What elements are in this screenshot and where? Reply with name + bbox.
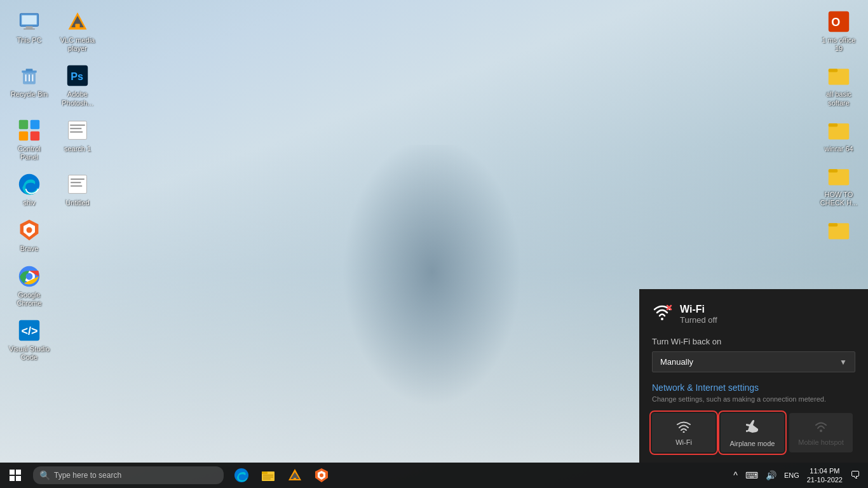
icon-this-pc[interactable]: This PC	[6, 6, 52, 55]
tray-date-value: 21-10-2022	[807, 475, 843, 484]
svg-rect-3	[24, 29, 35, 30]
icon-control-panel[interactable]: Control Panel	[6, 115, 52, 164]
language-indicator[interactable]: ENG	[782, 470, 802, 480]
taskbar-edge[interactable]	[229, 463, 254, 488]
svg-point-30	[27, 227, 32, 233]
icon-search1[interactable]: search 1	[55, 115, 100, 164]
svg-rect-18	[31, 132, 39, 140]
hotspot-icon	[813, 420, 829, 436]
svg-rect-54	[16, 476, 21, 481]
svg-rect-57	[262, 471, 268, 474]
svg-rect-58	[263, 475, 273, 476]
svg-rect-52	[16, 470, 21, 475]
airplane-btn-label: Airplane mode	[730, 440, 775, 447]
search-icon: 🔍	[39, 470, 50, 480]
wifi-panel: Wi-Fi Turned off Turn Wi-Fi back on Manu…	[639, 289, 868, 463]
svg-rect-27	[71, 186, 82, 187]
desktop: This PC VLC media player	[0, 0, 868, 488]
taskbar-file-explorer[interactable]	[255, 463, 281, 488]
svg-rect-25	[71, 179, 85, 180]
svg-rect-9	[26, 69, 33, 72]
notification-icon[interactable]: 🗨	[848, 468, 863, 482]
svg-point-55	[234, 468, 248, 482]
quick-action-wifi[interactable]: Wi-Fi	[652, 413, 715, 452]
svg-rect-20	[70, 125, 85, 126]
airplane-icon	[745, 419, 760, 437]
wifi-small-icon	[676, 420, 691, 436]
taskbar-tray: ^ ⌨ 🔊 ENG 11:04 PM 21-10-2022 🗨	[731, 463, 868, 488]
svg-rect-21	[70, 128, 81, 129]
search-placeholder: Type here to search	[54, 471, 121, 480]
icon-adobe-photoshop[interactable]: Ps Adobe Photosh...	[55, 60, 100, 109]
icon-brave[interactable]: Brave	[6, 215, 52, 255]
keyboard-icon[interactable]: ⌨	[743, 469, 761, 482]
start-button[interactable]	[0, 463, 31, 488]
svg-rect-6	[75, 24, 79, 27]
quick-action-airplane[interactable]: Airplane mode	[721, 413, 784, 452]
icon-shiv-edge[interactable]: shiv	[6, 169, 52, 210]
svg-rect-19	[69, 121, 87, 139]
wifi-title: Wi-Fi	[680, 304, 717, 315]
taskbar-vlc[interactable]	[282, 463, 308, 488]
svg-rect-17	[19, 132, 28, 140]
svg-text:Ps: Ps	[71, 71, 83, 83]
icon-all-basic-software[interactable]: all basic softare	[816, 60, 862, 109]
wifi-btn-label: Wi-Fi	[675, 438, 692, 446]
svg-rect-15	[19, 120, 28, 129]
svg-point-49	[683, 431, 685, 433]
svg-rect-1	[22, 15, 36, 24]
icon-vscode[interactable]: </> Visual Studio Code	[6, 315, 52, 364]
svg-rect-2	[26, 26, 33, 29]
svg-rect-26	[71, 182, 81, 184]
svg-rect-22	[70, 132, 83, 133]
taskbar: 🔍 Type here to search	[0, 463, 868, 488]
taskbar-search-box[interactable]: 🔍 Type here to search	[33, 466, 224, 484]
svg-point-66	[320, 473, 323, 477]
tray-time-value: 11:04 PM	[807, 466, 843, 475]
desktop-icons-left: This PC VLC media player	[6, 6, 100, 364]
svg-point-50	[820, 430, 822, 432]
icon-how-to-check[interactable]: HOW TO CHECK H...	[816, 161, 862, 210]
svg-rect-63	[294, 478, 296, 480]
svg-point-46	[661, 318, 663, 320]
network-settings-link[interactable]: Network & Internet settings	[652, 383, 855, 393]
wifi-header: Wi-Fi Turned off	[652, 302, 855, 327]
wifi-title-group: Wi-Fi Turned off	[680, 304, 717, 325]
desktop-icons-right: O 1 ms office 19 all basic softare win	[816, 6, 862, 247]
wifi-icon	[652, 302, 672, 327]
network-settings-desc: Change settings, such as making a connec…	[652, 395, 855, 403]
svg-rect-39	[829, 69, 837, 72]
svg-rect-41	[829, 123, 837, 126]
icon-winrar[interactable]: winrar 64	[816, 115, 862, 156]
chevron-down-icon: ▼	[839, 358, 847, 367]
icon-recycle-bin[interactable]: Recycle Bin	[6, 60, 52, 109]
taskbar-apps	[229, 463, 334, 488]
svg-rect-53	[10, 476, 15, 481]
hotspot-btn-label: Mobile hotspot	[798, 438, 844, 446]
svg-rect-45	[829, 224, 837, 227]
svg-rect-16	[31, 120, 39, 129]
tray-clock[interactable]: 11:04 PM 21-10-2022	[804, 466, 845, 485]
svg-point-33	[26, 273, 33, 280]
wifi-turn-on-label: Turn Wi-Fi back on	[652, 337, 855, 346]
icon-google-chrome[interactable]: Google Chrome	[6, 261, 52, 310]
icon-untitled[interactable]: Untitled	[55, 169, 100, 210]
icon-folder5[interactable]	[816, 215, 862, 247]
wifi-dropdown[interactable]: Manually ▼	[652, 351, 855, 372]
svg-rect-60	[263, 478, 271, 480]
chevron-up-tray-icon[interactable]: ^	[731, 469, 740, 482]
icon-ms-office[interactable]: O 1 ms office 19	[816, 6, 862, 55]
svg-rect-24	[69, 175, 87, 194]
wifi-dropdown-value: Manually	[660, 357, 693, 367]
icon-vlc[interactable]: VLC media player	[55, 6, 100, 55]
volume-icon[interactable]: 🔊	[763, 469, 779, 482]
wifi-status: Turned off	[680, 315, 717, 325]
svg-rect-51	[10, 470, 15, 475]
quick-action-hotspot[interactable]: Mobile hotspot	[789, 413, 853, 452]
quick-actions: Wi-Fi Airplane mode	[652, 413, 855, 452]
svg-text:</>: </>	[21, 325, 37, 337]
svg-rect-59	[263, 477, 273, 478]
svg-rect-43	[829, 169, 837, 172]
taskbar-brave[interactable]	[309, 463, 334, 488]
svg-text:O: O	[831, 16, 840, 29]
